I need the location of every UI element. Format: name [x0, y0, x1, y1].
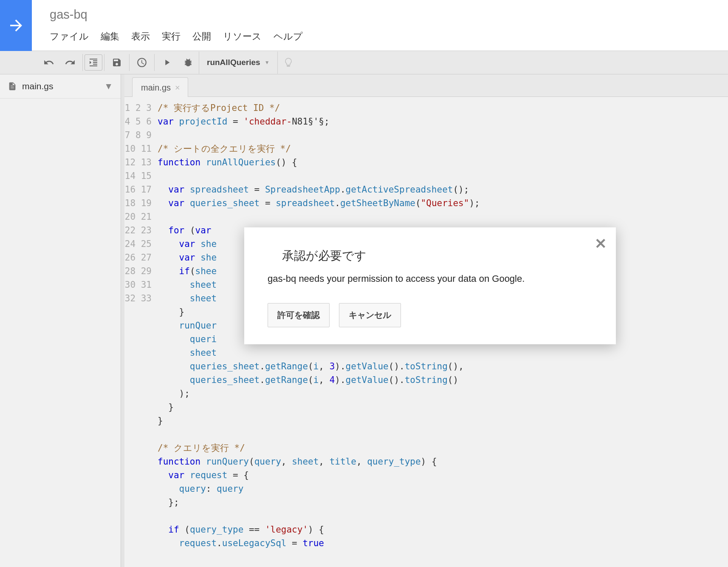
menu-bar: ファイル 編集 表示 実行 公開 リソース ヘルプ	[50, 30, 303, 43]
menu-file[interactable]: ファイル	[50, 30, 89, 43]
function-selector[interactable]: runAllQueries ▼	[199, 51, 278, 74]
menu-publish[interactable]: 公開	[192, 30, 211, 43]
indent-icon	[88, 57, 99, 68]
caret-down-icon: ▼	[265, 60, 270, 65]
history-button[interactable]	[131, 51, 152, 74]
indent-button[interactable]	[85, 54, 102, 71]
cancel-button[interactable]: キャンセル	[339, 303, 401, 327]
hint-button[interactable]	[278, 51, 299, 74]
toolbar-divider	[129, 54, 130, 71]
bug-icon	[183, 57, 193, 68]
project-meta: gas-bq ファイル 編集 表示 実行 公開 リソース ヘルプ	[32, 0, 303, 51]
menu-help[interactable]: ヘルプ	[274, 30, 303, 43]
confirm-button[interactable]: 許可を確認	[268, 303, 330, 327]
tab[interactable]: main.gs ×	[132, 77, 188, 97]
undo-icon	[43, 57, 54, 68]
save-button[interactable]	[106, 51, 127, 74]
redo-button[interactable]	[59, 51, 81, 74]
back-arrow-button[interactable]	[0, 0, 32, 51]
save-icon	[112, 57, 122, 68]
sidebar: main.gs ▼	[0, 74, 121, 567]
run-button[interactable]	[156, 51, 178, 74]
arrow-right-icon	[7, 17, 25, 34]
toolbar: runAllQueries ▼	[0, 51, 728, 74]
project-title[interactable]: gas-bq	[50, 8, 303, 22]
lightbulb-icon	[283, 57, 293, 68]
debug-button[interactable]	[178, 51, 199, 74]
clock-icon	[136, 57, 147, 68]
line-gutter: 1 2 3 4 5 6 7 8 9 10 11 12 13 14 15 16 1…	[124, 101, 158, 567]
file-item-label: main.gs	[22, 81, 54, 91]
toolbar-divider	[104, 54, 104, 71]
close-icon[interactable]: ×	[175, 83, 180, 93]
file-item[interactable]: main.gs ▼	[0, 74, 121, 99]
modal-title: 承認が必要です	[282, 248, 593, 264]
tab-label: main.gs	[141, 83, 171, 93]
menu-view[interactable]: 表示	[131, 30, 150, 43]
permission-modal: ✕ 承認が必要です gas-bq needs your permission t…	[244, 227, 616, 344]
caret-down-icon: ▼	[104, 81, 113, 91]
menu-edit[interactable]: 編集	[101, 30, 119, 43]
modal-close-button[interactable]: ✕	[595, 235, 607, 252]
toolbar-divider	[154, 54, 155, 71]
tab-bar: main.gs ×	[124, 74, 728, 97]
function-selector-label: runAllQueries	[207, 58, 260, 67]
toolbar-divider	[82, 54, 83, 71]
header: gas-bq ファイル 編集 表示 実行 公開 リソース ヘルプ	[0, 0, 728, 51]
undo-button[interactable]	[38, 51, 59, 74]
play-icon	[162, 58, 172, 67]
modal-body: gas-bq needs your permission to access y…	[268, 273, 593, 284]
redo-icon	[65, 57, 76, 68]
menu-run[interactable]: 実行	[162, 30, 181, 43]
menu-resources[interactable]: リソース	[223, 30, 262, 43]
modal-actions: 許可を確認 キャンセル	[268, 303, 593, 327]
file-icon	[8, 82, 17, 91]
